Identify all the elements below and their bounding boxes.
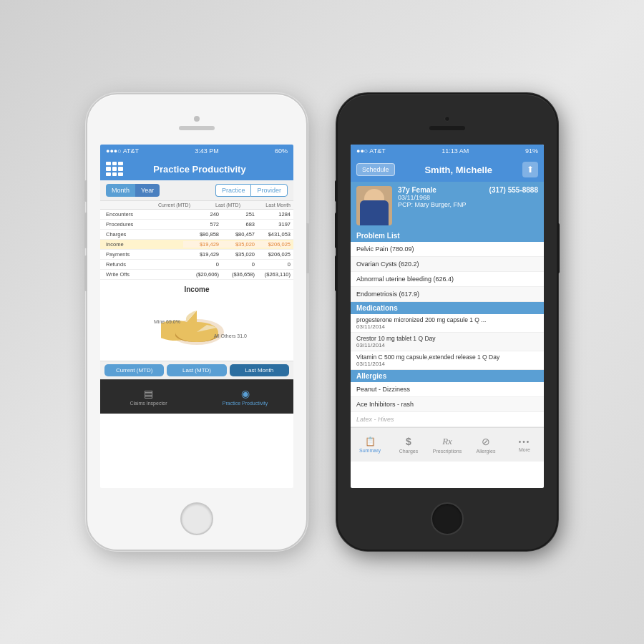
black-volume-up-button[interactable] xyxy=(335,213,338,248)
writeoffs-row: Write Offs ($20,606) ($36,658) ($263,110… xyxy=(100,270,293,280)
practice-button[interactable]: Practice xyxy=(215,184,251,197)
patient-name-title: Smith, Michelle xyxy=(399,165,518,175)
writeoffs-month: ($263,110) xyxy=(255,271,291,278)
volume-up-button[interactable] xyxy=(84,213,87,248)
pie-chart: Mine 69.0% All Others 31.0 xyxy=(154,298,240,355)
practice-productivity-label: Practice Productivity xyxy=(223,401,268,406)
charges-tab[interactable]: $ Charges xyxy=(389,428,428,462)
encounters-label: Encounters xyxy=(103,211,183,218)
payments-month: $206,025 xyxy=(255,251,291,258)
period-btn-group: Month Year xyxy=(106,184,160,197)
menu-grid-icon[interactable] xyxy=(106,162,123,176)
table-header-row: Current (MTD) Last (MTD) Last Month xyxy=(100,201,293,210)
encounters-month: 1284 xyxy=(255,211,291,218)
volume-down-button[interactable] xyxy=(84,255,87,291)
procedures-row: Procedures 572 683 3197 xyxy=(100,220,293,230)
schedule-button[interactable]: Schedule xyxy=(356,163,395,176)
black-bottom-area xyxy=(431,488,464,550)
summary-icon: 📋 xyxy=(365,436,376,447)
income-month: $206,025 xyxy=(255,241,291,248)
avatar-body xyxy=(360,200,389,225)
black-power-button[interactable] xyxy=(557,223,560,273)
encounters-last: 251 xyxy=(219,211,255,218)
black-status-bar: ●●○ AT&T 11:13 AM 91% xyxy=(351,145,544,157)
problem-item-1: Pelvic Pain (780.09) xyxy=(351,242,544,257)
summary-tab[interactable]: 📋 Summary xyxy=(351,428,389,462)
mute-button[interactable] xyxy=(84,180,87,202)
prescriptions-tab[interactable]: Rx Prescriptions xyxy=(428,428,467,462)
procedures-last: 683 xyxy=(219,221,255,228)
charges-last: $80,457 xyxy=(219,231,255,238)
income-label: Income xyxy=(103,241,183,248)
allergies-tab[interactable]: ⊘ Allergies xyxy=(467,428,505,462)
current-mtd-period-button[interactable]: Current (MTD) xyxy=(104,364,164,376)
power-button[interactable] xyxy=(306,223,309,273)
black-home-button[interactable] xyxy=(431,502,464,535)
more-icon: ••• xyxy=(519,438,531,446)
pie-mine-label: Mine 69.0% xyxy=(154,319,180,324)
payments-current: $19,429 xyxy=(183,251,219,258)
white-phone: ●●●○ AT&T 3:43 PM 60% Practice Productiv… xyxy=(86,93,308,551)
white-tab-bar: ▤ Claims Inspector ◉ Practice Productivi… xyxy=(100,379,293,414)
patient-dob: 03/11/1968 xyxy=(398,194,538,201)
col-month-header: Last Month xyxy=(255,203,291,208)
black-battery-display: 91% xyxy=(525,147,538,155)
allergy-item-3: Latex - Hives xyxy=(351,412,544,427)
patient-card: 37y Female (317) 555-8888 03/11/1968 PCP… xyxy=(351,182,544,230)
refunds-row: Refunds 0 0 0 xyxy=(100,260,293,270)
last-mtd-period-button[interactable]: Last (MTD) xyxy=(167,364,226,376)
time-display: 3:43 PM xyxy=(195,147,219,155)
prescriptions-icon: Rx xyxy=(442,436,452,447)
earpiece xyxy=(179,126,215,130)
procedures-month: 3197 xyxy=(255,221,291,228)
writeoffs-current: ($20,606) xyxy=(183,271,219,278)
refunds-label: Refunds xyxy=(103,261,183,268)
income-row: Income $19,429 $35,020 $206,025 xyxy=(100,240,293,250)
charges-row: Charges $80,858 $80,457 $431,053 xyxy=(100,230,293,240)
scene: ●●●○ AT&T 3:43 PM 60% Practice Productiv… xyxy=(0,0,644,644)
white-home-button[interactable] xyxy=(180,502,213,535)
practice-productivity-icon: ◉ xyxy=(241,388,250,399)
medications-header: Medications xyxy=(351,302,544,314)
practice-productivity-tab[interactable]: ◉ Practice Productivity xyxy=(197,380,293,414)
problem-item-3: Abnormal uterine bleeding (626.4) xyxy=(351,272,544,287)
black-phone-screen: ●●○ AT&T 11:13 AM 91% Schedule Smith, Mi… xyxy=(351,145,544,488)
allergy-item-1: Peanut - Dizziness xyxy=(351,382,544,397)
payments-row: Payments $19,429 $35,020 $206,025 xyxy=(100,250,293,260)
month-button[interactable]: Month xyxy=(106,184,135,197)
procedures-current: 572 xyxy=(183,221,219,228)
provider-button[interactable]: Provider xyxy=(250,184,288,197)
writeoffs-label: Write Offs xyxy=(103,271,183,278)
patient-avatar xyxy=(356,186,392,225)
white-screen-title: Practice Productivity xyxy=(129,164,270,175)
med-name-1: progesterone micronized 200 mg capsule 1… xyxy=(356,316,538,323)
white-status-bar: ●●●○ AT&T 3:43 PM 60% xyxy=(100,145,293,157)
white-bottom-area xyxy=(180,488,213,550)
black-time-display: 11:13 AM xyxy=(441,147,469,155)
claims-inspector-tab[interactable]: ▤ Claims Inspector xyxy=(100,380,197,414)
more-label: More xyxy=(519,447,530,452)
black-mute-button[interactable] xyxy=(335,180,338,202)
black-top-area xyxy=(338,94,557,145)
encounters-current: 240 xyxy=(183,211,219,218)
black-earpiece xyxy=(429,126,465,130)
income-chart-area: Income xyxy=(100,280,293,361)
claims-inspector-label: Claims Inspector xyxy=(130,401,167,406)
black-nav-bar: Schedule Smith, Michelle ⬆ xyxy=(351,157,544,182)
allergies-tab-icon: ⊘ xyxy=(482,436,490,447)
year-button[interactable]: Year xyxy=(135,184,160,197)
problem-item-2: Ovarian Cysts (620.2) xyxy=(351,257,544,272)
black-tab-bar: 📋 Summary $ Charges Rx Prescriptions ⊘ A… xyxy=(351,427,544,462)
charges-current: $80,858 xyxy=(183,231,219,238)
summary-label: Summary xyxy=(359,448,381,453)
refunds-last: 0 xyxy=(219,261,255,268)
last-month-period-button[interactable]: Last Month xyxy=(230,364,289,376)
med-item-2: Crestor 10 mg tablet 1 Q Day 03/11/2014 xyxy=(351,333,544,351)
white-nav-bar: Practice Productivity xyxy=(100,157,293,180)
front-camera-icon xyxy=(194,116,200,122)
more-tab[interactable]: ••• More xyxy=(505,428,544,462)
black-volume-down-button[interactable] xyxy=(335,255,338,291)
problem-list-header: Problem List xyxy=(351,230,544,242)
share-button[interactable]: ⬆ xyxy=(522,162,538,177)
col-current-header: Current (MTD) xyxy=(155,203,190,208)
